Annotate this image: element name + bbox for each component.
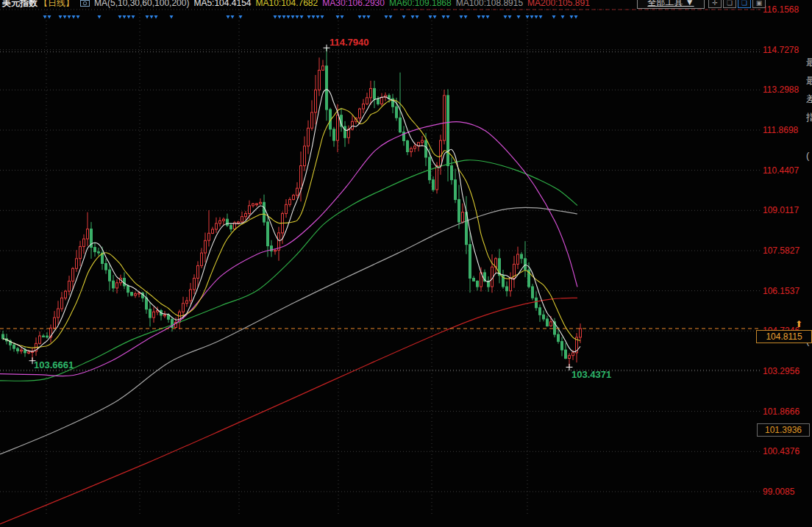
low-price-annotation-left: 103.6661 xyxy=(34,359,74,370)
ma-legend-value: MA100:108.8915 xyxy=(456,0,523,8)
low-price-annotation-right: 103.4371 xyxy=(571,369,611,380)
chart-header: 美元指数 【日线】 MA(5,10,30,60,100,200) MA5:104… xyxy=(2,0,594,8)
period-label: 【日线】 xyxy=(39,0,74,10)
axis-price-label: 109.0117 xyxy=(763,205,799,215)
fullscreen-icon[interactable]: ▣ xyxy=(752,0,766,8)
clipped-edge-glyph: 最 xyxy=(806,74,812,87)
split-pane-icon[interactable]: ❏ xyxy=(723,0,736,8)
symbol-title: 美元指数 xyxy=(2,0,38,10)
ma30-line xyxy=(0,122,577,376)
ma-config-label: MA(5,10,30,60,100,200) xyxy=(94,0,189,8)
extreme-cross-markers xyxy=(29,45,573,370)
grid-lines xyxy=(0,10,761,515)
axis-price-label: 107.5827 xyxy=(763,245,799,256)
axis-price-label: 111.8698 xyxy=(763,125,798,135)
clipped-edge-glyph: 最 xyxy=(806,56,812,69)
clipped-edge-glyph: 差 xyxy=(806,93,812,106)
axis-price-label: 106.1537 xyxy=(763,286,799,296)
axis-price-label: 113.2988 xyxy=(763,85,799,95)
axis-price-label: 99.0085 xyxy=(763,487,794,497)
axis-price-label: 114.7278 xyxy=(763,45,799,55)
up-arrow-icon: ⬆ xyxy=(795,320,802,329)
axis-price-label: 116.1568 xyxy=(763,4,799,15)
alert-price-badge: 101.3936 xyxy=(757,423,810,437)
clipped-edge-glyph: 指 xyxy=(806,111,812,124)
current-price-badge: 104.8115 xyxy=(756,330,812,343)
candlestick-chart[interactable] xyxy=(0,0,812,527)
split-pane-active-icon[interactable]: ❏ xyxy=(738,0,751,8)
axis-price-label: 100.4376 xyxy=(763,446,799,456)
camera-icon[interactable] xyxy=(80,0,90,9)
ma-legend: MA5:104.4154MA10:104.7682MA30:106.2930MA… xyxy=(193,0,594,8)
axis-price-label: 110.4407 xyxy=(763,165,799,176)
high-price-annotation: 114.7940 xyxy=(330,37,369,48)
clipped-edge-glyph: ( xyxy=(806,150,812,161)
ma-legend-value: MA5:104.4154 xyxy=(193,0,251,8)
event-markers[interactable] xyxy=(43,15,578,19)
ma-legend-value: MA200:105.891 xyxy=(527,0,590,8)
axis-price-label: 103.2956 xyxy=(763,366,799,376)
trading-app-window: 美元指数 【日线】 MA(5,10,30,60,100,200) MA5:104… xyxy=(0,0,812,527)
crosshair-icon[interactable]: ✛ xyxy=(708,0,722,8)
ma-legend-value: MA60:109.1868 xyxy=(389,0,452,8)
all-tools-dropdown[interactable]: 全部工具 ▼ xyxy=(637,0,705,9)
axis-price-label: 101.8666 xyxy=(763,406,799,417)
ma-legend-value: MA30:106.2930 xyxy=(322,0,385,8)
ma-legend-value: MA10:104.7682 xyxy=(255,0,318,8)
candles xyxy=(2,48,582,367)
